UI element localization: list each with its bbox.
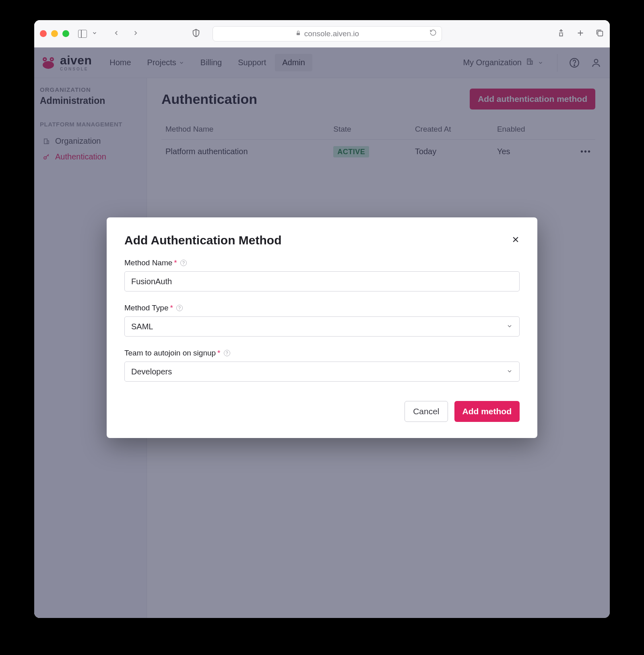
privacy-shield-icon[interactable]: [192, 29, 200, 39]
new-tab-icon[interactable]: [576, 29, 585, 39]
add-auth-modal: Add Authentication Method Method Name* ?…: [107, 217, 537, 438]
chevron-down-icon: [506, 322, 513, 331]
browser-window: console.aiven.io: [34, 20, 610, 618]
lock-icon: [295, 30, 301, 37]
maximize-window[interactable]: [62, 30, 69, 37]
cancel-button[interactable]: Cancel: [405, 401, 448, 422]
field-method-name: Method Name* ?: [124, 258, 520, 291]
select-value: Developers: [131, 367, 172, 376]
nav-back-icon[interactable]: [113, 29, 120, 38]
help-tooltip-icon[interactable]: ?: [176, 305, 183, 311]
required-marker: *: [174, 258, 177, 267]
help-tooltip-icon[interactable]: ?: [180, 260, 187, 266]
tabs-icon[interactable]: [595, 29, 604, 39]
field-team: Team to autojoin on signup* ? Developers: [124, 349, 520, 382]
reload-icon[interactable]: [429, 29, 437, 38]
field-label: Team to autojoin on signup: [124, 349, 216, 357]
select-value: SAML: [131, 322, 153, 331]
sidebar-toggle-icon[interactable]: [78, 30, 87, 38]
method-type-select[interactable]: SAML: [124, 316, 520, 337]
close-icon[interactable]: [512, 235, 520, 246]
chevron-down-icon: [506, 367, 513, 376]
required-marker: *: [217, 349, 220, 357]
close-window[interactable]: [40, 30, 47, 37]
help-tooltip-icon[interactable]: ?: [224, 350, 230, 356]
modal-title: Add Authentication Method: [124, 233, 282, 247]
field-label: Method Type: [124, 304, 169, 312]
team-select[interactable]: Developers: [124, 362, 520, 382]
nav-forward-icon[interactable]: [132, 29, 139, 38]
method-name-input[interactable]: [124, 271, 520, 291]
required-marker: *: [170, 304, 173, 312]
field-method-type: Method Type* ? SAML: [124, 304, 520, 337]
url-bar[interactable]: console.aiven.io: [213, 26, 442, 41]
minimize-window[interactable]: [51, 30, 58, 37]
browser-chrome: console.aiven.io: [34, 20, 610, 48]
chevron-down-icon[interactable]: [92, 30, 97, 37]
field-label: Method Name: [124, 258, 172, 267]
add-method-button[interactable]: Add method: [454, 401, 520, 422]
svg-rect-1: [297, 33, 300, 35]
share-icon[interactable]: [557, 29, 566, 39]
url-text: console.aiven.io: [304, 29, 359, 38]
svg-rect-4: [598, 31, 603, 36]
window-controls: [40, 30, 69, 37]
